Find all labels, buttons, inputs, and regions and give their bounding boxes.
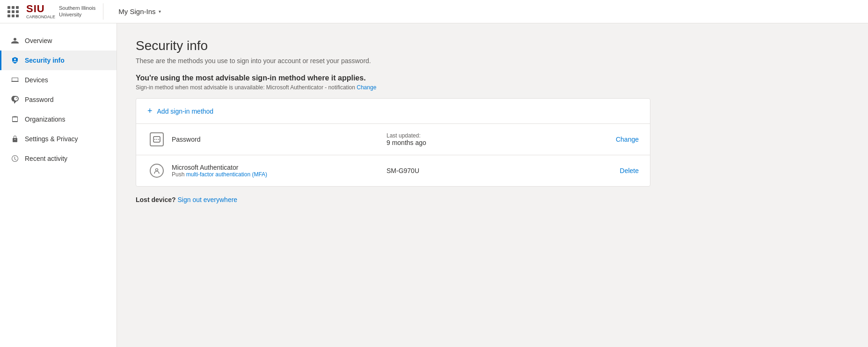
- password-change-link[interactable]: Change: [616, 136, 639, 143]
- sidebar-label-devices: Devices: [25, 76, 48, 84]
- laptop-icon: [11, 76, 19, 84]
- sidebar-label-recent-activity: Recent activity: [25, 155, 67, 162]
- svg-point-1: [154, 139, 155, 140]
- method-info-password: Password: [172, 136, 368, 143]
- briefcase-icon: [11, 115, 19, 123]
- authenticator-icon-wrap: [147, 164, 166, 178]
- method-name-authenticator: Microsoft Authenticator: [172, 164, 368, 171]
- advisable-sub: Sign-in method when most advisable is un…: [136, 84, 849, 91]
- method-detail-password: Last updated: 9 months ago: [368, 132, 601, 146]
- method-info-authenticator: Microsoft Authenticator Push multi-facto…: [172, 164, 368, 178]
- add-method-label: Add sign-in method: [157, 108, 214, 115]
- svg-point-2: [156, 139, 157, 140]
- sidebar-label-security-info: Security info: [25, 57, 65, 64]
- svg-point-3: [158, 139, 159, 140]
- nav-title: My Sign-Ins: [118, 7, 155, 15]
- method-action-password[interactable]: Change: [601, 136, 639, 143]
- layout: Overview Security info Devices: [0, 23, 868, 347]
- sidebar-label-overview: Overview: [25, 37, 52, 44]
- page-subtitle: These are the methods you use to sign in…: [136, 57, 849, 65]
- plus-icon: +: [147, 106, 153, 116]
- sidebar-label-password: Password: [25, 96, 53, 103]
- advisable-title: You're using the most advisable sign-in …: [136, 74, 849, 82]
- sidebar-item-devices[interactable]: Devices: [0, 70, 117, 90]
- methods-card: + Add sign-in method Pass: [136, 98, 650, 187]
- add-method-row[interactable]: + Add sign-in method: [136, 99, 650, 124]
- authenticator-icon: [150, 164, 164, 178]
- clock-icon: [11, 154, 19, 163]
- app-launcher-icon[interactable]: [7, 6, 19, 17]
- logo-university: Southern IllinoisUniversity: [59, 5, 95, 18]
- method-name-password: Password: [172, 136, 368, 143]
- sidebar-item-organizations[interactable]: Organizations: [0, 109, 117, 129]
- advisable-sub-text: Sign-in method when most advisable is un…: [136, 84, 355, 91]
- sidebar-label-organizations: Organizations: [25, 116, 65, 123]
- method-row-authenticator: Microsoft Authenticator Push multi-facto…: [136, 155, 650, 186]
- sidebar-item-security-info[interactable]: Security info: [0, 51, 117, 70]
- lost-device-section: Lost device? Sign out everywhere: [136, 196, 849, 203]
- lost-device-prefix: Lost device?: [136, 196, 176, 203]
- authenticator-delete-link[interactable]: Delete: [620, 167, 639, 174]
- header-nav[interactable]: My Sign-Ins ▾: [111, 7, 160, 15]
- chevron-down-icon[interactable]: ▾: [159, 9, 161, 14]
- person-icon: [11, 36, 19, 45]
- header: SIU CARBONDALE Southern IllinoisUniversi…: [0, 0, 868, 23]
- logo-siu: SIU: [26, 3, 55, 14]
- logo-sub: CARBONDALE: [26, 14, 55, 20]
- sidebar-item-overview[interactable]: Overview: [0, 31, 117, 51]
- svg-point-4: [156, 169, 158, 171]
- method-detail-value-authenticator: SM-G970U: [387, 167, 583, 174]
- mfa-link[interactable]: multi-factor authentication (MFA): [186, 171, 267, 178]
- sidebar-item-settings-privacy[interactable]: Settings & Privacy: [0, 129, 117, 149]
- sign-out-everywhere-link[interactable]: Sign out everywhere: [177, 196, 237, 203]
- key-icon: [11, 95, 19, 104]
- advisable-banner: You're using the most advisable sign-in …: [136, 74, 849, 91]
- sidebar-item-password[interactable]: Password: [0, 90, 117, 109]
- sidebar: Overview Security info Devices: [0, 23, 117, 347]
- page-title: Security info: [136, 38, 849, 53]
- sidebar-item-recent-activity[interactable]: Recent activity: [0, 149, 117, 168]
- password-icon: [150, 132, 164, 146]
- method-sub-authenticator: Push multi-factor authentication (MFA): [172, 171, 368, 178]
- logo: SIU CARBONDALE Southern IllinoisUniversi…: [26, 3, 103, 20]
- method-action-authenticator[interactable]: Delete: [601, 167, 639, 174]
- shield-person-icon: [11, 56, 19, 65]
- method-detail-label-password: Last updated:: [387, 132, 583, 139]
- advisable-change-link[interactable]: Change: [357, 84, 376, 91]
- password-icon-wrap: [147, 132, 166, 146]
- lock-icon: [11, 135, 19, 143]
- sidebar-label-settings-privacy: Settings & Privacy: [25, 135, 78, 143]
- main-content: Security info These are the methods you …: [117, 23, 868, 347]
- method-row-password: Password Last updated: 9 months ago Chan…: [136, 124, 650, 155]
- method-detail-value-password: 9 months ago: [387, 139, 583, 146]
- method-detail-authenticator: SM-G970U: [368, 167, 601, 174]
